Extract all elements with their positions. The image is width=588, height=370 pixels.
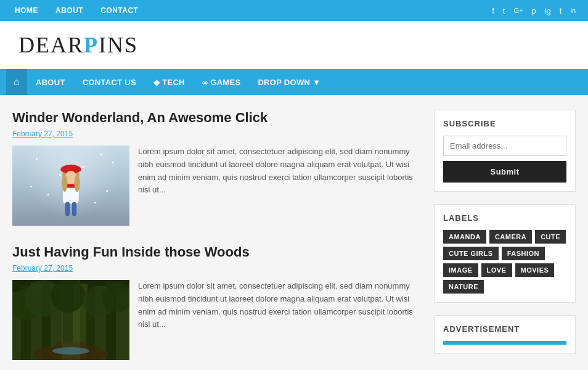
label-tag[interactable]: AMANDA bbox=[443, 230, 486, 244]
content-area: Winder Wonderland, An Awesome Click Febr… bbox=[12, 110, 419, 370]
googleplus-icon[interactable]: G+ bbox=[513, 7, 523, 14]
post-2-title[interactable]: Just Having Fun Inside those Woods bbox=[12, 244, 419, 260]
top-nav-links: HOME ABOUT CONTACT bbox=[12, 1, 141, 20]
labels-grid: AMANDACAMERACUTECUTE GIRLSFASHIONIMAGELO… bbox=[443, 230, 566, 294]
nav-contact[interactable]: CONTACT bbox=[98, 1, 141, 20]
labels-section: LABELS AMANDACAMERACUTECUTE GIRLSFASHION… bbox=[434, 204, 576, 303]
post-2-body: Lorem ipsum dolor sit amet, consectetuer… bbox=[12, 280, 419, 360]
tumblr-icon[interactable]: t bbox=[560, 6, 562, 15]
label-tag[interactable]: MOVIES bbox=[515, 263, 555, 277]
svg-point-9 bbox=[75, 175, 80, 192]
subscribe-title: SUBSCRIBE bbox=[443, 119, 566, 128]
label-tag[interactable]: IMAGE bbox=[443, 263, 478, 277]
ad-bar bbox=[443, 341, 566, 345]
social-icons: f t G+ p ig t in bbox=[492, 6, 576, 15]
post-2-text: Lorem ipsum dolor sit amet, consectetuer… bbox=[138, 280, 419, 360]
svg-point-8 bbox=[62, 175, 67, 192]
subscribe-section: SUBSCRIBE Submit bbox=[434, 110, 576, 192]
pinterest-icon[interactable]: p bbox=[531, 6, 536, 15]
post-1: Winder Wonderland, An Awesome Click Febr… bbox=[12, 110, 419, 226]
svg-rect-7 bbox=[72, 202, 76, 216]
label-tag[interactable]: CAMERA bbox=[489, 230, 532, 244]
sec-nav-contact-us[interactable]: CONTACT US bbox=[74, 69, 145, 95]
twitter-icon[interactable]: t bbox=[503, 6, 505, 15]
post-2-date[interactable]: February 27, 2015 bbox=[12, 264, 419, 273]
linkedin-icon[interactable]: in bbox=[570, 7, 576, 14]
post-2: Just Having Fun Inside those Woods Febru… bbox=[12, 244, 419, 360]
sec-nav-dropdown[interactable]: DROP DOWN ▼ bbox=[249, 69, 329, 95]
post-1-text: Lorem ipsum dolor sit amet, consectetuer… bbox=[138, 146, 419, 226]
facebook-icon[interactable]: f bbox=[492, 6, 494, 15]
main-layout: Winder Wonderland, An Awesome Click Febr… bbox=[0, 95, 588, 370]
label-tag[interactable]: NATURE bbox=[443, 280, 484, 294]
site-logo[interactable]: DEARPINS bbox=[18, 32, 138, 58]
secondary-nav: ⌂ ABOUT CONTACT US ◆ TECH ∞ GAMES DROP D… bbox=[0, 69, 588, 95]
sec-nav-games[interactable]: ∞ GAMES bbox=[194, 69, 250, 95]
label-tag[interactable]: CUTE bbox=[535, 230, 566, 244]
instagram-icon[interactable]: ig bbox=[545, 6, 551, 15]
submit-button[interactable]: Submit bbox=[443, 161, 566, 183]
svg-point-25 bbox=[52, 347, 89, 355]
label-tag[interactable]: CUTE GIRLS bbox=[443, 247, 499, 260]
svg-rect-6 bbox=[65, 202, 70, 216]
sec-nav-home[interactable]: ⌂ bbox=[6, 69, 27, 95]
post-1-date[interactable]: February 27, 2015 bbox=[12, 130, 419, 138]
nav-about[interactable]: ABOUT bbox=[53, 1, 86, 20]
sec-nav-about[interactable]: ABOUT bbox=[27, 69, 74, 95]
email-input[interactable] bbox=[443, 136, 566, 156]
post-1-title[interactable]: Winder Wonderland, An Awesome Click bbox=[12, 110, 419, 126]
sidebar: SUBSCRIBE Submit LABELS AMANDACAMERACUTE… bbox=[434, 110, 576, 370]
top-nav: HOME ABOUT CONTACT f t G+ p ig t in bbox=[0, 0, 588, 21]
label-tag[interactable]: LOVE bbox=[481, 263, 512, 277]
sec-nav-tech[interactable]: ◆ TECH bbox=[145, 69, 194, 95]
post-2-image bbox=[12, 280, 129, 360]
logo-area: DEARPINS bbox=[0, 21, 588, 69]
post-1-body: Lorem ipsum dolor sit amet, consectetuer… bbox=[12, 146, 419, 226]
post-1-image bbox=[12, 146, 129, 226]
nav-home[interactable]: HOME bbox=[12, 1, 41, 20]
label-tag[interactable]: FASHION bbox=[502, 247, 545, 260]
ad-title: ADVERTISEMENT bbox=[443, 324, 566, 334]
labels-title: LABELS bbox=[443, 213, 566, 223]
advertisement-section: ADVERTISEMENT bbox=[434, 315, 576, 354]
